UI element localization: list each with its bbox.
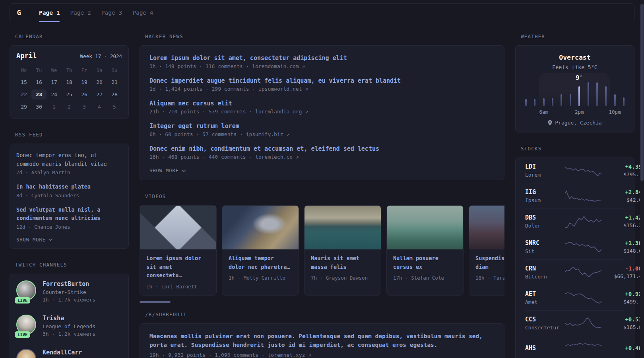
weather-time-label: 2pm — [575, 109, 584, 115]
stock-symbol-block: CRNBitcorn — [525, 265, 565, 280]
stock-row[interactable]: IIGIpsum+2.84%$42.04 — [525, 183, 625, 208]
twitch-section: TWITCH CHANNELS LIVEForrestBurtonCounter… — [10, 262, 129, 358]
scrollbar-thumb[interactable] — [640, 4, 644, 181]
stock-symbol-block: AHS — [525, 344, 565, 352]
calendar-day: 29 — [16, 102, 31, 112]
hacker-news-title[interactable]: Donec imperdiet augue tincidunt felis al… — [149, 77, 495, 84]
twitch-channel-info: ForrestBurtonCounter-Strike1h · 1.7k vie… — [43, 280, 95, 304]
hacker-news-card: Lorem ipsum dolor sit amet, consectetur … — [140, 45, 504, 180]
hacker-news-show-more-button[interactable]: SHOW MORE — [149, 168, 495, 173]
page-scrollbar — [640, 0, 644, 358]
twitch-channel-name[interactable]: ForrestBurton — [43, 280, 95, 288]
video-card-body: Lorem ipsum dolor sit amet consectetu…1h… — [140, 249, 216, 295]
calendar-day: 24 — [47, 90, 62, 99]
external-link-icon: ↗ — [296, 154, 299, 160]
hacker-news-title[interactable]: Donec enim nibh, condimentum et accumsan… — [149, 145, 495, 152]
section-title-stocks: STOCKS — [521, 146, 634, 152]
video-card[interactable]: Nullam posuere cursus ex17h · Stefan Col… — [386, 205, 464, 296]
hacker-news-meta: 1d · 1,414 points · 299 comments · ipsum… — [149, 86, 495, 92]
section-title-calendar: CALENDAR — [15, 33, 129, 39]
videos-carousel: Lorem ipsum dolor sit amet consectetu…1h… — [140, 205, 504, 296]
weather-bar — [605, 86, 607, 106]
tab-page-3[interactable]: Page 3 — [101, 4, 122, 22]
stock-row[interactable]: AHS+0.46% — [525, 336, 625, 358]
video-card[interactable]: Lorem ipsum dolor sit amet consectetu…1h… — [140, 205, 217, 296]
rss-item-meta: 12d · Chance Jones — [16, 224, 122, 230]
section-title-rss: RSS FEED — [15, 132, 129, 138]
carousel-scroll-indicator[interactable] — [140, 301, 171, 303]
weather-bar — [561, 94, 562, 106]
stock-price-block: +0.92%$499.72 — [601, 291, 644, 305]
section-title-weather: WEATHER — [521, 33, 634, 39]
rss-item-title[interactable]: In hac habitasse platea — [16, 183, 122, 191]
stock-change-percent: +4.35% — [601, 163, 644, 170]
videos-section: VIDEOS Lorem ipsum dolor sit amet consec… — [140, 193, 504, 303]
stock-row[interactable]: LDILorem+4.35%$795.18 — [525, 158, 625, 183]
weather-bars — [525, 82, 625, 106]
video-title[interactable]: Aliquam tempor dolor nec pharetra… — [229, 254, 292, 271]
stock-name: Consectetur — [525, 325, 565, 331]
app-header: G Page 1Page 2Page 3Page 4 — [10, 3, 634, 22]
twitch-channel-name[interactable]: Trisha — [43, 315, 95, 322]
video-card[interactable]: Suspendisse diam18h · Tara — [469, 205, 504, 296]
rss-show-more-button[interactable]: SHOW MORE — [16, 237, 122, 243]
twitch-channel-row[interactable]: LIVEForrestBurtonCounter-Strike1h · 1.7k… — [16, 280, 122, 304]
calendar-day: 1 — [47, 102, 62, 112]
stock-symbol: CRN — [525, 265, 565, 272]
subreddit-card: Maecenas mollis pulvinar erat non posuer… — [140, 323, 504, 358]
stock-row[interactable]: DBSDolor+1.42%$156.28 — [525, 208, 625, 234]
video-title[interactable]: Suspendisse diam — [475, 254, 504, 271]
calendar-weekday: Fr — [77, 66, 92, 75]
weather-time-label: 6am — [539, 109, 548, 115]
video-thumbnail-boat-wake-city-skyline[interactable] — [305, 206, 381, 249]
video-title[interactable]: Lorem ipsum dolor sit amet consectetu… — [146, 254, 210, 280]
video-thumbnail-canoe-foggy-lake[interactable] — [387, 206, 463, 249]
sparkline-chart — [565, 164, 601, 177]
hacker-news-meta: 16h · 468 points · 440 comments · loremt… — [149, 154, 495, 160]
stock-change-percent: +0.46% — [601, 345, 644, 351]
hacker-news-item: Aliquam nec cursus elit21h · 710 points … — [149, 100, 495, 115]
weather-time-label: 10pm — [609, 109, 621, 115]
reddit-post-title[interactable]: Maecenas mollis pulvinar erat non posuer… — [149, 332, 495, 350]
stock-name: Amet — [525, 299, 565, 305]
temperature-label: 9° — [576, 74, 583, 82]
map-pin-icon — [548, 120, 552, 126]
stock-row[interactable]: SNRCSit+1.36%$148.64 — [525, 234, 625, 259]
rss-item-title[interactable]: Sed volutpat nulla nisl, a condimentum n… — [16, 206, 122, 223]
rss-feed-item: Sed volutpat nulla nisl, a condimentum n… — [16, 206, 122, 230]
stock-row[interactable]: CCSConsectetur+0.51%$165.84 — [525, 310, 625, 336]
hacker-news-meta: 6h · 60 points · 57 comments · ipsumify.… — [149, 131, 495, 137]
calendar-year: 2024 — [110, 53, 122, 59]
hacker-news-meta: 21h · 710 points · 579 comments · loreml… — [149, 109, 495, 115]
stock-row[interactable]: CRNBitcorn-1.00%$66,171.48 — [525, 259, 625, 285]
twitch-channel-row[interactable]: LIVETrishaLeague of Legends3h · 1.2k vie… — [16, 315, 122, 338]
video-thumbnail-memorial-pillars-sky[interactable] — [140, 206, 216, 249]
stock-row[interactable]: AETAmet+0.92%$499.72 — [525, 285, 625, 310]
video-title[interactable]: Mauris sit amet massa felis — [311, 254, 374, 271]
twitch-channel-row[interactable]: KendallCarr — [16, 349, 122, 358]
tab-page-2[interactable]: Page 2 — [70, 4, 91, 22]
stock-sparkline — [565, 164, 601, 177]
hacker-news-title[interactable]: Aliquam nec cursus elit — [149, 100, 495, 107]
stock-price-block: +0.51%$165.84 — [601, 316, 644, 330]
tab-page-4[interactable]: Page 4 — [132, 4, 153, 22]
twitch-avatar-wrap — [16, 349, 36, 358]
video-thumbnail-hands-vintage-camera[interactable] — [222, 206, 299, 249]
video-card[interactable]: Mauris sit amet massa felis7h · Grayson … — [304, 205, 381, 296]
weather-bar — [525, 99, 527, 106]
hacker-news-title[interactable]: Lorem ipsum dolor sit amet, consectetur … — [149, 54, 495, 62]
video-thumbnail-dark-field-silhouette[interactable] — [469, 206, 504, 249]
tab-page-1[interactable]: Page 1 — [39, 4, 60, 22]
video-title[interactable]: Nullam posuere cursus ex — [393, 254, 457, 271]
video-card[interactable]: Aliquam tempor dolor nec pharetra…1h · M… — [222, 205, 299, 296]
stock-symbol: AHS — [525, 344, 565, 352]
video-meta: 17h · Stefan Cole — [393, 275, 457, 281]
sparkline-chart — [565, 317, 601, 330]
rss-item-title[interactable]: Donec tempor eros leo, ut commodo mauris… — [16, 151, 122, 168]
calendar-section: CALENDAR April Week 17 · 2024 MoTuWeThFr… — [10, 33, 129, 119]
calendar-header: April Week 17 · 2024 — [16, 52, 122, 60]
stock-price: $42.04 — [601, 197, 644, 203]
weather-bar — [543, 98, 545, 106]
twitch-channel-name[interactable]: KendallCarr — [43, 349, 82, 356]
hacker-news-title[interactable]: Integer eget rutrum lorem — [149, 123, 495, 130]
